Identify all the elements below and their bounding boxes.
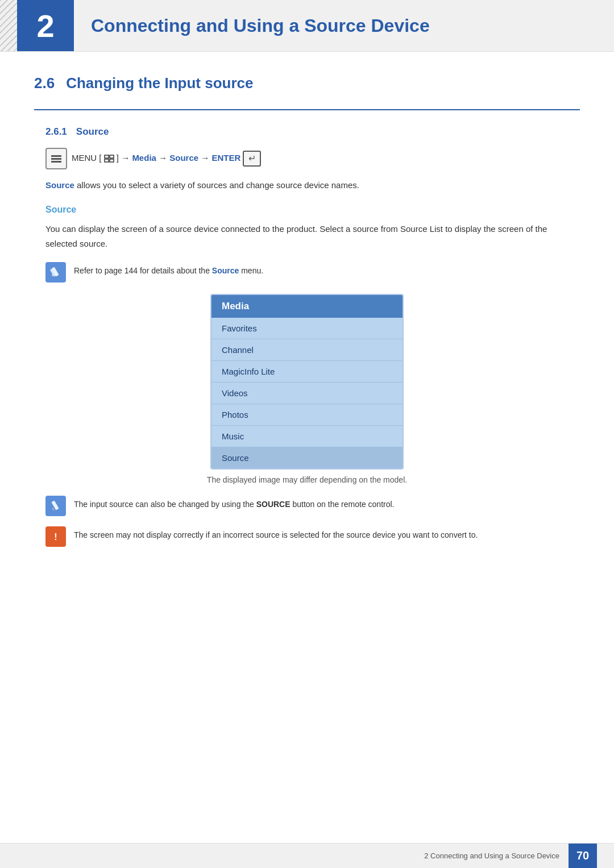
menu-line2: [51, 158, 61, 160]
note-pencil-icon-2: [45, 496, 66, 516]
menu-arrow1: →: [121, 153, 132, 163]
warning-svg: !: [49, 530, 62, 543]
menu-item-videos: Videos: [211, 383, 403, 404]
menu-source: Source: [169, 153, 198, 163]
enter-icon: ↵: [243, 151, 261, 167]
note-row-3: ! The screen may not display correctly i…: [45, 526, 580, 547]
pencil-svg: [49, 266, 62, 279]
enter-arrow: ↵: [248, 154, 256, 163]
screenshot-caption: The displayed image may differ depending…: [34, 475, 580, 484]
menu-screenshot-header: Media: [211, 295, 403, 318]
section-divider: [34, 109, 580, 110]
svg-text:!: !: [54, 532, 57, 542]
menu-item-music: Music: [211, 426, 403, 447]
page-header: 2 Connecting and Using a Source Device: [0, 0, 614, 52]
menu-arrow2: →: [159, 153, 169, 163]
menu-item-channel: Channel: [211, 339, 403, 361]
menu-item-favorites: Favorites: [211, 318, 403, 339]
note2-pre: The input source can also be changed by …: [74, 500, 256, 509]
subsection-heading: 2.6.1 Source: [45, 126, 580, 138]
menu-bracket-icon: [: [99, 153, 101, 163]
source-subheading: Source: [45, 205, 580, 215]
note-text-3: The screen may not display correctly if …: [74, 526, 478, 541]
note-text-1: Refer to page 144 for details about the …: [74, 262, 263, 277]
footer-page-number: 70: [569, 844, 597, 869]
footer-text: 2 Connecting and Using a Source Device: [424, 852, 559, 860]
note2-post: button on the remote control.: [291, 500, 395, 509]
source-link-1: Source: [45, 180, 74, 190]
menu-bracket-close: ]: [117, 153, 119, 163]
subsection-title: Source: [76, 126, 109, 138]
note1-pre: Refer to page 144 for details about the: [74, 266, 212, 275]
grid-icon: [104, 155, 114, 163]
menu-item-source: Source: [211, 447, 403, 468]
section-heading: 2.6 Changing the Input source: [34, 74, 580, 92]
chapter-title-block: Connecting and Using a Source Device: [74, 0, 447, 51]
menu-icon-inner: [51, 155, 61, 163]
chapter-title: Connecting and Using a Source Device: [91, 15, 430, 36]
note1-source-link: Source: [212, 266, 239, 275]
svg-rect-2: [105, 159, 109, 162]
menu-arrow3: →: [201, 153, 211, 163]
svg-marker-10: [53, 509, 55, 510]
main-content: 2.6 Changing the Input source 2.6.1 Sour…: [0, 74, 614, 603]
menu-item-photos: Photos: [211, 404, 403, 426]
section-number: 2.6: [34, 74, 55, 92]
note-row-1: Refer to page 144 for details about the …: [45, 262, 580, 283]
menu-screenshot: Media Favorites Channel MagicInfo Lite V…: [210, 294, 404, 470]
section-title: Changing the Input source: [66, 74, 253, 92]
note-text-2: The input source can also be changed by …: [74, 496, 394, 510]
menu-item-magicinfo: MagicInfo Lite: [211, 361, 403, 383]
menu-line1: [51, 155, 61, 157]
body-text: You can display the screen of a source d…: [45, 222, 580, 251]
page-footer: 2 Connecting and Using a Source Device 7…: [0, 843, 614, 868]
note-warning-icon: !: [45, 526, 66, 547]
note-pencil-icon: [45, 262, 66, 283]
note-row-2: The input source can also be changed by …: [45, 496, 580, 516]
menu-line3: [51, 161, 61, 163]
svg-rect-3: [110, 159, 114, 162]
menu-enter: ENTER: [211, 153, 240, 163]
menu-path-row: MENU [ ] → Media → Source → ENTER ↵: [45, 148, 580, 169]
menu-media: Media: [132, 153, 156, 163]
note2-bold: SOURCE: [256, 500, 291, 509]
svg-rect-0: [105, 155, 109, 158]
note1-post: menu.: [239, 266, 263, 275]
menu-label: MENU: [72, 153, 97, 163]
svg-rect-9: [51, 501, 59, 510]
pencil-svg-2: [49, 500, 62, 512]
svg-line-11: [52, 508, 53, 509]
chapter-number: 2: [36, 7, 54, 44]
menu-path-text: MENU [ ] → Media → Source → ENTER ↵: [72, 151, 261, 167]
menu-header-text: Media: [222, 301, 249, 312]
svg-rect-1: [110, 155, 114, 158]
chapter-number-block: 2: [17, 0, 74, 51]
enter-icon-box: ↵: [243, 151, 261, 167]
header-pattern: [0, 0, 17, 51]
menu-icon: [45, 148, 67, 169]
desc-text-1-rest: allows you to select a variety of source…: [77, 180, 359, 190]
desc-text-1: Source allows you to select a variety of…: [45, 178, 580, 192]
subsection-number: 2.6.1: [45, 126, 67, 138]
